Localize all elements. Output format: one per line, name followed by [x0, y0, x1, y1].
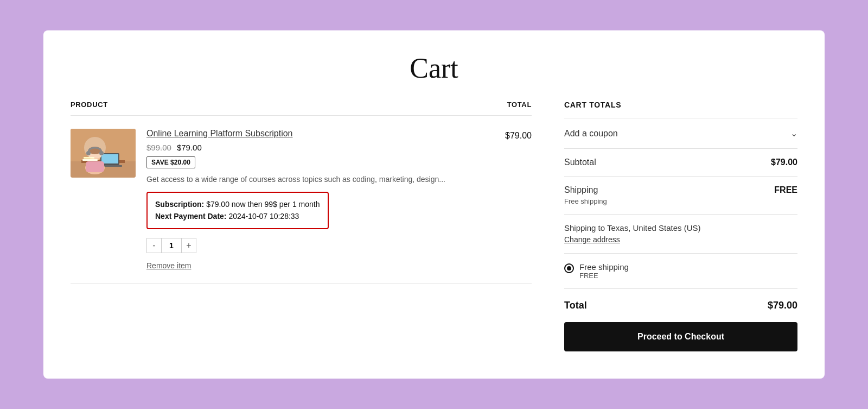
- next-payment-label: Next Payment Date:: [155, 212, 227, 221]
- shipping-left: Shipping Free shipping: [564, 185, 607, 205]
- quantity-value: 1: [162, 238, 181, 253]
- save-badge: SAVE $20.00: [146, 156, 195, 168]
- subscription-line: Subscription: $79.00 now then 99$ per 1 …: [155, 198, 320, 210]
- product-image: [71, 129, 136, 178]
- shipping-option-name: Free shipping: [579, 262, 797, 272]
- svg-rect-13: [84, 157, 94, 159]
- shipping-label: Shipping: [564, 185, 607, 195]
- coupon-label: Add a coupon: [564, 129, 618, 139]
- radio-inner: [567, 266, 571, 270]
- total-value: $79.00: [768, 300, 797, 311]
- shipping-row: Shipping Free shipping FREE: [564, 177, 797, 215]
- total-label: Total: [564, 300, 587, 311]
- checkout-button[interactable]: Proceed to Checkout: [564, 322, 797, 351]
- chevron-down-icon: ⌄: [790, 128, 797, 139]
- coupon-row[interactable]: Add a coupon ⌄: [564, 118, 797, 149]
- cart-item: Online Learning Platform Subscription $9…: [71, 116, 532, 284]
- quantity-increase-button[interactable]: +: [181, 238, 196, 253]
- remove-item-button[interactable]: Remove item: [146, 261, 191, 270]
- cart-container: Cart PRODUCT TOTAL: [43, 30, 825, 379]
- cart-right: CART TOTALS Add a coupon ⌄ Subtotal $79.…: [564, 100, 797, 351]
- shipping-option-row: Free shipping FREE: [564, 254, 797, 289]
- subtotal-label: Subtotal: [564, 158, 596, 167]
- change-address-button[interactable]: Change address: [564, 235, 620, 244]
- next-payment-value: 2024-10-07 10:28:33: [228, 212, 299, 221]
- column-headers: PRODUCT TOTAL: [71, 100, 532, 116]
- price-row: $99.00 $79.00: [146, 143, 505, 152]
- price-original: $99.00: [146, 143, 171, 152]
- subscription-label: Subscription:: [155, 200, 204, 209]
- next-payment-line: Next Payment Date: 2024-10-07 10:28:33: [155, 210, 320, 222]
- shipping-option-price: FREE: [579, 272, 797, 280]
- shipping-address-text: Shipping to Texas, United States (US): [564, 223, 797, 232]
- product-description: Get access to a wide range of courses ac…: [146, 174, 505, 185]
- svg-point-10: [86, 151, 91, 155]
- shipping-address-row: Shipping to Texas, United States (US) Ch…: [564, 215, 797, 254]
- svg-rect-4: [101, 154, 118, 163]
- column-total: TOTAL: [507, 100, 532, 109]
- subtotal-value: $79.00: [771, 158, 797, 167]
- subtotal-row: Subtotal $79.00: [564, 149, 797, 177]
- svg-point-11: [99, 151, 104, 155]
- shipping-sub: Free shipping: [564, 197, 607, 205]
- svg-rect-7: [86, 161, 104, 172]
- svg-rect-12: [82, 159, 98, 161]
- cart-left: PRODUCT TOTAL: [71, 100, 532, 284]
- product-info: Online Learning Platform Subscription $9…: [146, 129, 505, 270]
- subscription-value: $79.00 now then 99$ per 1 month: [206, 200, 320, 209]
- cart-layout: PRODUCT TOTAL: [71, 100, 797, 351]
- item-total: $79.00: [505, 129, 532, 141]
- page-title: Cart: [71, 52, 797, 84]
- total-row: Total $79.00: [564, 289, 797, 322]
- shipping-value: FREE: [774, 185, 797, 195]
- shipping-radio[interactable]: [564, 263, 574, 273]
- product-name[interactable]: Online Learning Platform Subscription: [146, 129, 505, 139]
- svg-point-9: [88, 147, 101, 154]
- cart-totals-title: CART TOTALS: [564, 100, 797, 118]
- column-product: PRODUCT: [71, 100, 108, 109]
- svg-point-8: [88, 148, 101, 161]
- quantity-decrease-button[interactable]: -: [146, 238, 162, 253]
- price-current: $79.00: [177, 143, 202, 152]
- shipping-option-info: Free shipping FREE: [579, 262, 797, 280]
- subscription-box: Subscription: $79.00 now then 99$ per 1 …: [146, 192, 329, 229]
- quantity-control: - 1 +: [146, 238, 505, 253]
